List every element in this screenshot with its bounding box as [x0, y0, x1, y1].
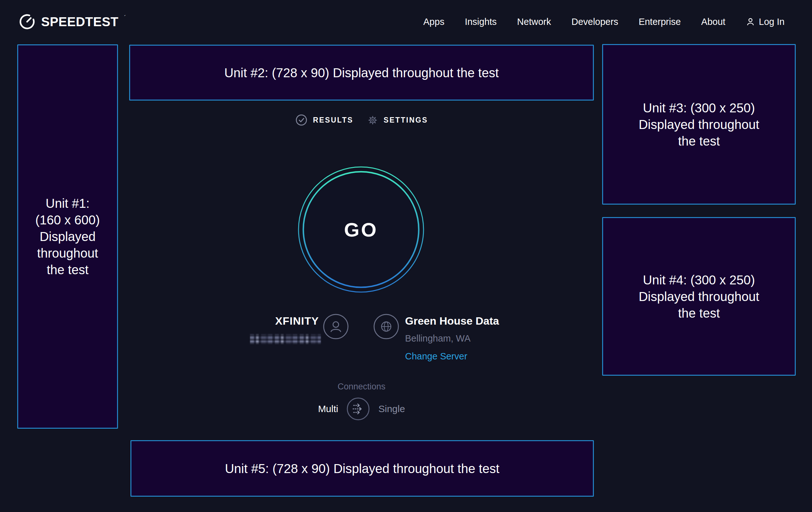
nav-item-login[interactable]: Log In [746, 17, 785, 27]
logo-text: SPEEDTEST [41, 15, 118, 29]
tab-settings[interactable]: SETTINGS [367, 114, 428, 126]
tab-settings-label: SETTINGS [384, 116, 428, 125]
globe-circle-icon [373, 314, 399, 340]
nav-item-about[interactable]: About [701, 17, 726, 27]
gear-icon [367, 114, 379, 126]
speedtest-logo[interactable]: SPEEDTEST ´ [18, 13, 125, 31]
nav-item-insights[interactable]: Insights [465, 17, 497, 27]
server-info: Green House Data Bellingham, WA Change S… [405, 315, 499, 362]
connections-toggle-button[interactable] [346, 397, 370, 421]
connections-label: Connections [129, 382, 594, 392]
user-icon [746, 17, 755, 26]
nav-item-developers[interactable]: Developers [572, 17, 618, 27]
go-button[interactable]: GO [297, 165, 426, 294]
check-circle-icon [295, 114, 308, 127]
main-nav: Apps Insights Network Developers Enterpr… [423, 17, 785, 27]
connections-toggle-row: Multi Single [129, 397, 594, 421]
nav-item-enterprise[interactable]: Enterprise [638, 17, 680, 27]
change-server-link[interactable]: Change Server [405, 351, 467, 362]
isp-ip-redacted-blur [250, 334, 321, 344]
nav-item-apps[interactable]: Apps [423, 17, 444, 27]
ad-unit-2: Unit #2: (728 x 90) Displayed throughout… [129, 45, 594, 101]
speedometer-gauge-icon [18, 13, 36, 31]
connections-multi-option[interactable]: Multi [318, 403, 338, 414]
ad-unit-3: Unit #3: (300 x 250) Displayed throughou… [602, 44, 796, 205]
avatar-circle-icon [323, 314, 349, 340]
multi-stream-arrows-icon [346, 397, 370, 421]
ad-unit-4: Unit #4: (300 x 250) Displayed throughou… [602, 217, 796, 376]
server-name: Green House Data [405, 315, 499, 327]
server-location: Bellingham, WA [405, 333, 499, 344]
tab-results-label: RESULTS [313, 116, 353, 125]
results-settings-tabs: RESULTS SETTINGS [129, 114, 594, 127]
tab-results[interactable]: RESULTS [295, 114, 353, 127]
logo-trademark: ´ [124, 15, 126, 21]
header: SPEEDTEST ´ Apps Insights Network Develo… [0, 0, 812, 44]
ad-unit-5: Unit #5: (728 x 90) Displayed throughout… [130, 440, 594, 497]
go-button-label: GO [297, 165, 426, 294]
nav-item-network[interactable]: Network [517, 17, 551, 27]
connections-single-option[interactable]: Single [378, 403, 405, 414]
ad-unit-1: Unit #1: (160 x 600) Displayed throughou… [17, 44, 118, 429]
isp-name: XFINITY [223, 315, 319, 327]
